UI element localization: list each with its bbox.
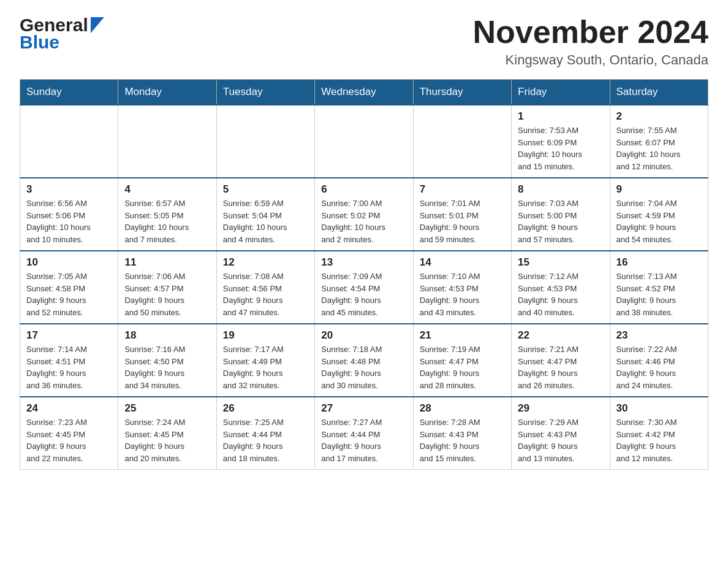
- day-number: 15: [518, 256, 603, 269]
- calendar-cell: 27Sunrise: 7:27 AM Sunset: 4:44 PM Dayli…: [315, 397, 413, 470]
- calendar-cell: 3Sunrise: 6:56 AM Sunset: 5:06 PM Daylig…: [20, 178, 118, 251]
- day-info: Sunrise: 7:55 AM Sunset: 6:07 PM Dayligh…: [616, 124, 702, 172]
- calendar-cell: 6Sunrise: 7:00 AM Sunset: 5:02 PM Daylig…: [315, 178, 413, 251]
- day-number: 18: [124, 329, 210, 342]
- day-number: 28: [420, 402, 505, 415]
- day-info: Sunrise: 7:30 AM Sunset: 4:42 PM Dayligh…: [616, 416, 702, 464]
- day-info: Sunrise: 7:09 AM Sunset: 4:54 PM Dayligh…: [321, 270, 406, 318]
- day-number: 17: [26, 329, 112, 342]
- day-number: 5: [223, 183, 308, 196]
- calendar-cell: 12Sunrise: 7:08 AM Sunset: 4:56 PM Dayli…: [216, 251, 314, 324]
- day-info: Sunrise: 7:21 AM Sunset: 4:47 PM Dayligh…: [518, 343, 603, 391]
- day-number: 25: [124, 402, 210, 415]
- day-info: Sunrise: 7:16 AM Sunset: 4:50 PM Dayligh…: [124, 343, 210, 391]
- calendar-cell: 10Sunrise: 7:05 AM Sunset: 4:58 PM Dayli…: [20, 251, 118, 324]
- day-number: 29: [518, 402, 603, 415]
- weekday-header-friday: Friday: [512, 80, 610, 105]
- weekday-header-sunday: Sunday: [20, 80, 118, 105]
- calendar-cell: 7Sunrise: 7:01 AM Sunset: 5:01 PM Daylig…: [413, 178, 511, 251]
- day-info: Sunrise: 7:10 AM Sunset: 4:53 PM Dayligh…: [420, 270, 505, 318]
- day-info: Sunrise: 7:14 AM Sunset: 4:51 PM Dayligh…: [26, 343, 112, 391]
- title-area: November 2024 Kingsway South, Ontario, C…: [473, 15, 708, 68]
- location-title: Kingsway South, Ontario, Canada: [473, 52, 708, 68]
- calendar-cell: 17Sunrise: 7:14 AM Sunset: 4:51 PM Dayli…: [20, 324, 118, 397]
- day-info: Sunrise: 7:00 AM Sunset: 5:02 PM Dayligh…: [321, 197, 406, 245]
- week-row-5: 24Sunrise: 7:23 AM Sunset: 4:45 PM Dayli…: [20, 397, 708, 470]
- logo-arrow-icon: [89, 17, 104, 33]
- day-info: Sunrise: 6:56 AM Sunset: 5:06 PM Dayligh…: [26, 197, 112, 245]
- calendar-cell: 11Sunrise: 7:06 AM Sunset: 4:57 PM Dayli…: [118, 251, 216, 324]
- day-info: Sunrise: 7:19 AM Sunset: 4:47 PM Dayligh…: [420, 343, 505, 391]
- day-info: Sunrise: 7:23 AM Sunset: 4:45 PM Dayligh…: [26, 416, 112, 464]
- calendar-cell: 1Sunrise: 7:53 AM Sunset: 6:09 PM Daylig…: [512, 105, 610, 178]
- day-info: Sunrise: 7:27 AM Sunset: 4:44 PM Dayligh…: [321, 416, 406, 464]
- day-number: 11: [124, 256, 210, 269]
- calendar-cell: 24Sunrise: 7:23 AM Sunset: 4:45 PM Dayli…: [20, 397, 118, 470]
- day-number: 9: [616, 183, 702, 196]
- day-number: 13: [321, 256, 406, 269]
- day-number: 22: [518, 329, 603, 342]
- day-number: 6: [321, 183, 406, 196]
- day-info: Sunrise: 7:08 AM Sunset: 4:56 PM Dayligh…: [223, 270, 308, 318]
- calendar-cell: 21Sunrise: 7:19 AM Sunset: 4:47 PM Dayli…: [413, 324, 511, 397]
- calendar-cell: 29Sunrise: 7:29 AM Sunset: 4:43 PM Dayli…: [512, 397, 610, 470]
- calendar-cell: 25Sunrise: 7:24 AM Sunset: 4:45 PM Dayli…: [118, 397, 216, 470]
- header: General Blue November 2024 Kingsway Sout…: [20, 15, 708, 68]
- day-number: 23: [616, 329, 702, 342]
- day-number: 24: [26, 402, 112, 415]
- week-row-3: 10Sunrise: 7:05 AM Sunset: 4:58 PM Dayli…: [20, 251, 708, 324]
- calendar-cell: 2Sunrise: 7:55 AM Sunset: 6:07 PM Daylig…: [610, 105, 708, 178]
- calendar-cell: 28Sunrise: 7:28 AM Sunset: 4:43 PM Dayli…: [413, 397, 511, 470]
- day-info: Sunrise: 6:59 AM Sunset: 5:04 PM Dayligh…: [223, 197, 308, 245]
- calendar-cell: 5Sunrise: 6:59 AM Sunset: 5:04 PM Daylig…: [216, 178, 314, 251]
- day-info: Sunrise: 7:18 AM Sunset: 4:48 PM Dayligh…: [321, 343, 406, 391]
- weekday-header-tuesday: Tuesday: [216, 80, 314, 105]
- calendar-cell: 22Sunrise: 7:21 AM Sunset: 4:47 PM Dayli…: [512, 324, 610, 397]
- weekday-header-row: SundayMondayTuesdayWednesdayThursdayFrid…: [20, 80, 708, 105]
- logo-area: General Blue: [20, 15, 104, 53]
- day-info: Sunrise: 7:06 AM Sunset: 4:57 PM Dayligh…: [124, 270, 210, 318]
- day-number: 30: [616, 402, 702, 415]
- day-number: 12: [223, 256, 308, 269]
- logo-blue-text: Blue: [20, 32, 59, 53]
- day-number: 14: [420, 256, 505, 269]
- day-number: 3: [26, 183, 112, 196]
- calendar-cell: [118, 105, 216, 178]
- day-info: Sunrise: 7:05 AM Sunset: 4:58 PM Dayligh…: [26, 270, 112, 318]
- calendar-cell: 14Sunrise: 7:10 AM Sunset: 4:53 PM Dayli…: [413, 251, 511, 324]
- day-info: Sunrise: 7:04 AM Sunset: 4:59 PM Dayligh…: [616, 197, 702, 245]
- day-number: 16: [616, 256, 702, 269]
- day-info: Sunrise: 7:13 AM Sunset: 4:52 PM Dayligh…: [616, 270, 702, 318]
- day-info: Sunrise: 7:12 AM Sunset: 4:53 PM Dayligh…: [518, 270, 603, 318]
- day-info: Sunrise: 7:29 AM Sunset: 4:43 PM Dayligh…: [518, 416, 603, 464]
- weekday-header-monday: Monday: [118, 80, 216, 105]
- calendar-cell: 4Sunrise: 6:57 AM Sunset: 5:05 PM Daylig…: [118, 178, 216, 251]
- day-info: Sunrise: 7:22 AM Sunset: 4:46 PM Dayligh…: [616, 343, 702, 391]
- day-number: 19: [223, 329, 308, 342]
- day-number: 26: [223, 402, 308, 415]
- day-info: Sunrise: 7:53 AM Sunset: 6:09 PM Dayligh…: [518, 124, 603, 172]
- calendar-cell: 8Sunrise: 7:03 AM Sunset: 5:00 PM Daylig…: [512, 178, 610, 251]
- day-info: Sunrise: 6:57 AM Sunset: 5:05 PM Dayligh…: [124, 197, 210, 245]
- calendar-cell: [20, 105, 118, 178]
- weekday-header-wednesday: Wednesday: [315, 80, 413, 105]
- day-info: Sunrise: 7:24 AM Sunset: 4:45 PM Dayligh…: [124, 416, 210, 464]
- weekday-header-thursday: Thursday: [413, 80, 511, 105]
- day-info: Sunrise: 7:17 AM Sunset: 4:49 PM Dayligh…: [223, 343, 308, 391]
- calendar-cell: 18Sunrise: 7:16 AM Sunset: 4:50 PM Dayli…: [118, 324, 216, 397]
- calendar-table: SundayMondayTuesdayWednesdayThursdayFrid…: [20, 79, 708, 470]
- calendar-cell: 15Sunrise: 7:12 AM Sunset: 4:53 PM Dayli…: [512, 251, 610, 324]
- calendar-cell: [413, 105, 511, 178]
- week-row-1: 1Sunrise: 7:53 AM Sunset: 6:09 PM Daylig…: [20, 105, 708, 178]
- month-title: November 2024: [473, 15, 708, 50]
- day-number: 7: [420, 183, 505, 196]
- calendar-cell: 16Sunrise: 7:13 AM Sunset: 4:52 PM Dayli…: [610, 251, 708, 324]
- calendar-cell: 9Sunrise: 7:04 AM Sunset: 4:59 PM Daylig…: [610, 178, 708, 251]
- day-info: Sunrise: 7:25 AM Sunset: 4:44 PM Dayligh…: [223, 416, 308, 464]
- day-info: Sunrise: 7:01 AM Sunset: 5:01 PM Dayligh…: [420, 197, 505, 245]
- calendar-cell: 19Sunrise: 7:17 AM Sunset: 4:49 PM Dayli…: [216, 324, 314, 397]
- calendar-cell: 26Sunrise: 7:25 AM Sunset: 4:44 PM Dayli…: [216, 397, 314, 470]
- calendar-cell: [216, 105, 314, 178]
- calendar-cell: 23Sunrise: 7:22 AM Sunset: 4:46 PM Dayli…: [610, 324, 708, 397]
- calendar-cell: 30Sunrise: 7:30 AM Sunset: 4:42 PM Dayli…: [610, 397, 708, 470]
